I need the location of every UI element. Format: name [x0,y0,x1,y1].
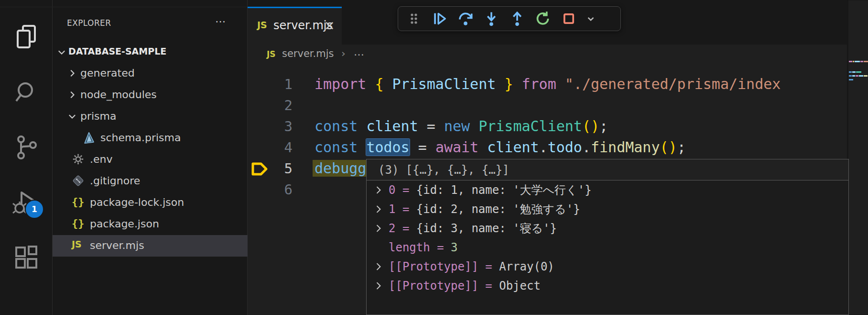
token [366,76,375,92]
token [556,76,565,92]
js-file-icon: JS [257,20,267,30]
chevron-right-icon [373,223,384,234]
debug-hover-row-text: 2 = {id: 3, name: '寝る'} [389,219,557,238]
minimap[interactable] [847,0,868,315]
token: import [315,76,366,92]
step-over-button[interactable] [455,8,477,29]
debug-hover-row--prototype-[interactable]: [[Prototype]] = Object [367,276,848,295]
minimap-line [849,79,854,80]
debug-hover-row-2[interactable]: 2 = {id: 3, name: '寝る'} [367,219,848,238]
tree-item-label: node_modules [80,89,157,101]
tree-item-label: generated [80,67,135,79]
more-actions-icon[interactable]: ⋯ [215,15,227,27]
tree-item-label: .gitignore [90,175,140,187]
token: client [366,118,418,135]
debug-badge: 1 [25,200,44,219]
workspace-section-header[interactable]: DATABASE-SAMPLE [53,41,247,63]
more-debug-actions-icon[interactable] [584,8,598,29]
restart-button[interactable] [532,8,554,29]
tree-item-node-modules[interactable]: node_modules [53,84,248,106]
tree-item-package-json[interactable]: {}package.json [53,214,248,235]
source-control-icon [12,134,40,161]
activity-item-source-control[interactable] [0,130,52,165]
activity-bar: 1 [0,0,53,315]
debug-hover-row--prototype-[interactable]: [[Prototype]] = Array(0) [367,257,848,276]
debug-hover-row-1[interactable]: 1 = {id: 2, name: '勉強する'} [367,200,848,219]
files-icon [13,23,40,50]
token: ; [677,139,686,156]
tab-server-mjs[interactable]: JS server.mjs × [248,7,342,45]
tree-item-prisma[interactable]: prisma [53,106,248,127]
token [358,139,366,156]
chevron-right-icon [373,184,384,196]
code-line-5[interactable]: debugg [315,158,366,179]
tree-item-generated[interactable]: generated [53,63,248,84]
code-line-1[interactable]: import { PrismaClient } from "./generate… [315,74,781,95]
token [513,76,521,92]
minimap-line [849,75,868,77]
token: from [522,76,556,92]
panel-top-seam [0,7,248,7]
js-file-icon: JS [267,49,276,59]
tree-item--gitignore[interactable]: .gitignore [53,170,248,192]
stop-button[interactable] [558,8,580,29]
close-icon[interactable]: × [324,18,335,33]
debug-hover-row-0[interactable]: 0 = {id: 1, name: '大学へ行く'} [367,180,848,200]
minimap-line [849,71,862,73]
vscode-window: 1 EXPLORER ⋯ DATABASE-SAMPLE gener [0,0,868,315]
activity-item-explorer[interactable] [0,19,52,54]
drag-handle-icon[interactable] [403,8,425,29]
activity-item-extensions[interactable] [0,240,52,275]
chevron-right-icon [67,68,77,79]
token: ( [582,118,591,135]
debug-hover-tree: 0 = {id: 1, name: '大学へ行く'}1 = {id: 2, na… [367,180,848,295]
token [478,139,487,156]
token: PrismaClient [392,76,496,92]
continue-button[interactable] [429,8,451,29]
token: new [444,118,470,135]
debug-current-line-icon[interactable] [250,161,269,177]
debug-hover-row-text: [[Prototype]] = Array(0) [389,257,554,276]
chevron-right-icon [373,280,384,292]
json-file-icon: {} [72,196,85,208]
line-number-2[interactable]: 2 [268,95,293,116]
line-number-3[interactable]: 3 [268,116,293,137]
line-number-6[interactable]: 6 [268,179,293,200]
step-out-button[interactable] [506,8,528,29]
sidebar-title: EXPLORER [67,18,111,28]
code-line-4[interactable]: const todos = await client.todo.findMany… [315,137,686,158]
debug-hover-row-length[interactable]: length = 3 [367,238,848,257]
tree-item-package-lock-json[interactable]: {}package-lock.json [53,192,248,214]
code-line-3[interactable]: const client = new PrismaClient(); [315,116,608,137]
debug-hover-value: (3) [{…}, {…}, {…}] [367,159,848,180]
tree-item-label: schema.prisma [100,132,181,144]
token: ) [591,118,599,135]
token: = [410,139,435,156]
line-number-4[interactable]: 4 [268,137,293,158]
token: todos [366,139,409,156]
explorer-sidebar: EXPLORER ⋯ DATABASE-SAMPLE generatednode… [53,0,248,315]
sidebar-header: EXPLORER ⋯ [53,7,247,41]
tree-item-server-mjs[interactable]: JSserver.mjs [53,235,248,257]
token: client [487,139,539,156]
debug-hover-row-text: length = 3 [389,238,458,257]
token: const [315,139,358,156]
line-number-1[interactable]: 1 [268,74,293,95]
breadcrumb-ellipsis[interactable]: … [354,46,364,58]
tree-item-label: package.json [90,218,159,230]
token [470,118,478,135]
chevron-right-icon [373,203,384,215]
debug-hover-row-text: [[Prototype]] = Object [389,276,541,295]
activity-item-search[interactable] [0,75,52,110]
chevron-right-icon [373,261,384,272]
breadcrumb: JS server.mjs › … [248,45,847,67]
step-into-button[interactable] [480,8,502,29]
breadcrumb-file[interactable]: server.mjs [282,48,334,59]
line-number-5[interactable]: 5 [268,158,293,179]
tree-item--env[interactable]: .env [53,149,248,170]
debug-hover-popup: (3) [{…}, {…}, {…}] 0 = {id: 1, name: '大… [366,159,849,315]
tree-item-schema-prisma[interactable]: schema.prisma [53,127,248,149]
activity-item-run-and-debug[interactable]: 1 [0,185,52,220]
chevron-down-icon [67,111,77,122]
git-file-icon [72,174,85,187]
